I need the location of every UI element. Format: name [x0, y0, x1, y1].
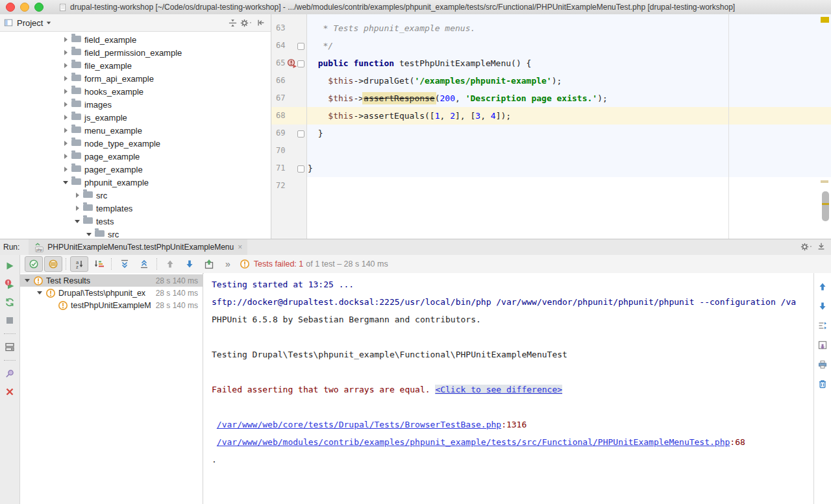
chevron-expanded-icon[interactable] — [23, 279, 31, 282]
project-tree-item-src[interactable]: src — [0, 189, 271, 202]
project-tree-item-phpunit_example[interactable]: phpunit_example — [0, 176, 271, 189]
console-right-toolbar — [813, 273, 831, 504]
import-results-button[interactable] — [815, 338, 830, 352]
project-tree-item-templates[interactable]: templates — [0, 202, 271, 215]
rerun-failed-button[interactable] — [3, 277, 17, 291]
close-tab-icon[interactable]: × — [238, 243, 242, 251]
hide-panel-down-icon — [817, 242, 826, 251]
chevron-collapsed-icon[interactable] — [62, 89, 69, 94]
close-window-button[interactable] — [6, 3, 15, 12]
locate-file-button[interactable] — [225, 16, 240, 29]
chevron-collapsed-icon[interactable] — [62, 37, 69, 42]
minimize-window-button[interactable] — [20, 3, 29, 12]
chevron-expanded-icon[interactable] — [73, 220, 81, 223]
project-tree-item-field_permission_example[interactable]: field_permission_example — [0, 46, 271, 59]
stop-button[interactable] — [3, 313, 17, 328]
run-tab[interactable]: php PHPUnitExampleMenuTest.testPhpUnitEx… — [29, 239, 247, 255]
rerun-button[interactable] — [3, 259, 17, 273]
test-tree-item[interactable]: testPhpUnitExampleM28 s 140 ms — [20, 299, 203, 311]
project-tree-item-images[interactable]: images — [0, 98, 271, 111]
code-line-63[interactable]: * Tests phpunit_example menus. — [307, 19, 831, 37]
show-ignored-button[interactable] — [44, 256, 62, 272]
code-line-66[interactable]: $this->drupalGet('/examples/phpunit-exam… — [307, 72, 831, 90]
filter-stacktrace-button[interactable] — [815, 318, 830, 333]
project-tree-item-src[interactable]: src — [0, 228, 271, 239]
chevron-collapsed-icon[interactable] — [62, 76, 69, 81]
chevron-collapsed-icon[interactable] — [73, 206, 81, 211]
chevron-collapsed-icon[interactable] — [62, 128, 69, 133]
previous-occurrence-button[interactable] — [161, 256, 179, 272]
project-settings-button[interactable] — [240, 16, 254, 29]
project-panel-header[interactable]: Project — [0, 14, 271, 32]
zoom-window-button[interactable] — [34, 3, 43, 12]
code-editor[interactable]: * Tests phpunit_example menus. */ public… — [271, 14, 831, 239]
arrow-up-blue-icon — [817, 282, 828, 292]
view-difference-link[interactable]: <Click to see difference> — [435, 385, 562, 394]
code-line-70[interactable] — [307, 142, 831, 160]
print-button[interactable] — [815, 357, 830, 372]
chevron-expanded-icon[interactable] — [36, 291, 43, 294]
project-tree-item-js_example[interactable]: js_example — [0, 111, 271, 124]
project-tree-item-form_api_example[interactable]: form_api_example — [0, 72, 271, 85]
chevron-collapsed-icon[interactable] — [62, 63, 69, 68]
editor-scrollbar[interactable] — [822, 191, 829, 221]
close-button[interactable] — [3, 385, 17, 399]
chevron-collapsed-icon[interactable] — [62, 115, 69, 120]
project-tree-item-file_example[interactable]: file_example — [0, 59, 271, 72]
test-tree-item[interactable]: Test Results28 s 140 ms — [20, 274, 203, 287]
hide-project-panel-button[interactable] — [254, 16, 268, 29]
toggle-auto-test-button[interactable] — [3, 295, 17, 309]
project-tree-item-field_example[interactable]: field_example — [0, 33, 271, 46]
fold-marker-icon[interactable] — [297, 60, 304, 67]
chevron-collapsed-icon[interactable] — [62, 141, 69, 146]
project-tree-item-pager_example[interactable]: pager_example — [0, 163, 271, 176]
fold-marker-icon[interactable] — [297, 43, 304, 50]
code-line-72[interactable] — [307, 177, 831, 195]
chevron-collapsed-icon[interactable] — [73, 193, 81, 198]
run-tab-row: Run: php PHPUnitExampleMenuTest.testPhpU… — [0, 239, 831, 256]
code-line-65[interactable]: public function testPhpUnitExampleMenu()… — [307, 54, 831, 72]
chevron-expanded-icon[interactable] — [85, 233, 93, 236]
project-tree-item-page_example[interactable]: page_example — [0, 150, 271, 163]
next-occurrence-button[interactable] — [180, 256, 199, 272]
fold-marker-icon[interactable] — [297, 165, 304, 173]
code-line-69[interactable]: } — [307, 125, 831, 142]
sort-by-duration-button[interactable] — [90, 256, 108, 272]
project-tree-item-node_type_example[interactable]: node_type_example — [0, 137, 271, 150]
code-line-71[interactable]: } — [307, 160, 831, 177]
code-line-64[interactable]: */ — [307, 37, 831, 54]
test-status: Tests failed: 1 of 1 test – 28 s 140 ms — [240, 259, 388, 269]
code-line-67[interactable]: $this->assertResponse(200, 'Description … — [307, 90, 831, 107]
down-stacktrace-button[interactable] — [815, 299, 830, 313]
hide-run-panel-button[interactable] — [814, 240, 828, 253]
chevron-collapsed-icon[interactable] — [62, 167, 69, 172]
chevron-expanded-icon[interactable] — [62, 181, 69, 184]
fold-marker-icon[interactable] — [297, 130, 304, 138]
layout-button[interactable] — [3, 340, 17, 354]
sort-alphabetically-button[interactable]: az — [70, 256, 88, 272]
up-stacktrace-button[interactable] — [815, 280, 830, 294]
inspection-indicator[interactable] — [821, 17, 829, 23]
chevron-collapsed-icon[interactable] — [62, 102, 69, 107]
more-chevron-icon[interactable]: » — [225, 259, 230, 269]
project-tree-item-menu_example[interactable]: menu_example — [0, 124, 271, 137]
project-tree-item-hooks_example[interactable]: hooks_example — [0, 85, 271, 98]
test-tree-item[interactable]: Drupal\Tests\phpunit_ex28 s 140 ms — [20, 287, 203, 299]
import-tests-button[interactable] — [200, 256, 218, 272]
stack-link-menutest[interactable]: /var/www/web/modules/contrib/examples/ph… — [217, 437, 730, 447]
run-settings-button[interactable] — [800, 240, 814, 253]
clear-all-button[interactable] — [815, 377, 830, 391]
project-tree-item-tests[interactable]: tests — [0, 215, 271, 228]
warning-stripe-mark[interactable] — [821, 180, 828, 183]
pin-tab-button[interactable] — [3, 366, 17, 381]
expand-all-button[interactable] — [116, 256, 134, 272]
show-passed-button[interactable] — [25, 256, 43, 272]
chevron-collapsed-icon[interactable] — [62, 50, 69, 55]
console-line: Testing Drupal\Tests\phpunit_example\Fun… — [212, 346, 813, 363]
stack-link-browsertestbase[interactable]: /var/www/web/core/tests/Drupal/Tests/Bro… — [217, 420, 501, 429]
collapse-all-button[interactable] — [135, 256, 153, 272]
test-console[interactable]: Testing started at 13:25 ...sftp://docke… — [204, 273, 813, 504]
code-line-68[interactable]: $this->assertEquals([1, 2], [3, 4]); — [307, 107, 831, 125]
test-failed-gutter-icon[interactable] — [287, 58, 297, 69]
chevron-collapsed-icon[interactable] — [62, 154, 69, 159]
